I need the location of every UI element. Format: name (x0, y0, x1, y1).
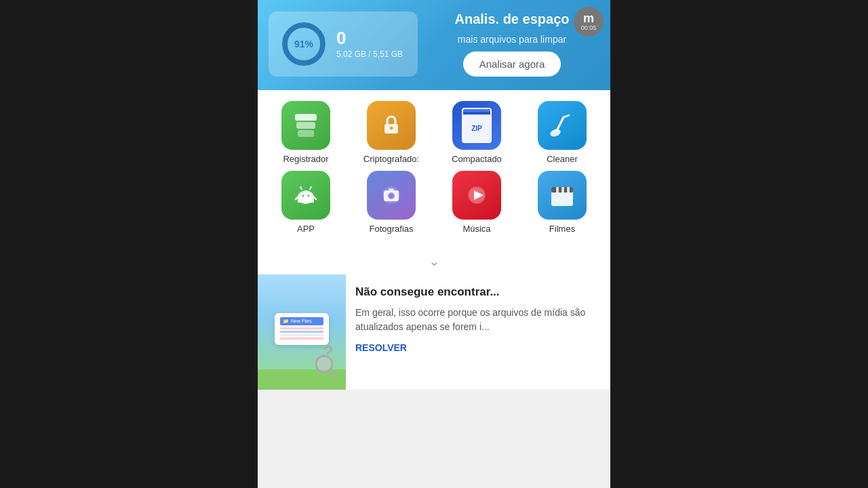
android-icon (292, 181, 320, 209)
photos-icon (377, 181, 406, 209)
analis-subtitle: mais arquivos para limpar (458, 34, 566, 45)
analis-title: Analis. de espaço (455, 11, 570, 27)
layers-decoration (295, 114, 317, 137)
app-item-filmes[interactable]: Filmes (521, 171, 604, 234)
paper-document: 📁 New Files (275, 313, 329, 345)
svg-point-9 (302, 195, 304, 197)
svg-line-11 (296, 197, 298, 199)
svg-rect-26 (556, 187, 559, 192)
magnifier-icon (313, 353, 339, 382)
layer1 (295, 114, 317, 121)
svg-line-6 (564, 115, 569, 117)
app-item-compactado[interactable]: ZIP Compactado (435, 101, 518, 164)
icon-musica (452, 171, 501, 220)
svg-rect-19 (389, 188, 394, 191)
app-item-fotografias[interactable]: Fotografias (350, 171, 433, 234)
clapperboard-icon (547, 180, 577, 210)
icon-registrador (281, 101, 330, 150)
header-area: 91% 0 5,02 GB / 5,51 GB Analis. de espaç… (258, 0, 610, 90)
timer-badge: m 00:05 (574, 7, 604, 37)
icon-fotografias (367, 171, 416, 220)
app-label-fotografias: Fotografias (369, 224, 413, 234)
paper-line-2 (280, 331, 323, 333)
paper-line-1 (280, 327, 323, 329)
app-item-cleaner[interactable]: Cleaner (521, 101, 604, 164)
chevron-down-icon: ⌄ (429, 253, 440, 269)
card-body: Em geral, isso ocorre porque os arquivos… (355, 306, 601, 334)
app-label-criptografado: Criptografado: (363, 154, 419, 164)
svg-line-14 (310, 187, 311, 189)
music-play-icon (462, 181, 491, 209)
svg-point-5 (549, 128, 561, 138)
app-grid-row2: APP Fotografias (264, 171, 604, 234)
svg-rect-28 (567, 187, 570, 192)
donut-percent: 91% (294, 39, 313, 49)
icon-cleaner (538, 101, 587, 150)
paper-line-4 (280, 338, 323, 340)
storage-widget: 91% 0 5,02 GB / 5,51 GB (269, 12, 418, 77)
icon-filmes (538, 171, 587, 220)
app-item-registrador[interactable]: Registrador (264, 101, 347, 164)
app-grid-row1: Registrador Criptografado: (264, 101, 604, 164)
svg-point-10 (308, 195, 310, 197)
layer2 (296, 122, 315, 129)
svg-line-4 (557, 117, 564, 131)
app-item-criptografado[interactable]: Criptografado: (350, 101, 433, 164)
timer-letter: m (583, 12, 594, 24)
storage-count: 0 (336, 29, 403, 47)
zip-file-decoration: ZIP (462, 108, 492, 143)
donut-chart: 91% (279, 20, 328, 68)
storage-info: 0 5,02 GB / 5,51 GB (336, 29, 403, 59)
paper-line-3 (280, 334, 323, 336)
svg-rect-27 (561, 187, 564, 192)
analisar-button[interactable]: Analisar agora (463, 52, 561, 77)
app-label-musica: Música (462, 224, 490, 234)
app-label-compactado: Compactado (452, 154, 502, 164)
svg-rect-8 (298, 196, 314, 203)
app-label-app: APP (297, 224, 315, 234)
card-title: Não consegue encontrar... (355, 285, 601, 299)
timer-time: 00:05 (581, 24, 597, 31)
icon-compactado: ZIP (452, 101, 501, 150)
app-grid-area: Registrador Criptografado: (258, 90, 610, 247)
svg-point-18 (389, 194, 393, 198)
phone-screen: 91% 0 5,02 GB / 5,51 GB Analis. de espaç… (258, 0, 610, 488)
icon-criptografado (367, 101, 416, 150)
app-label-filmes: Filmes (549, 224, 575, 234)
chevron-row[interactable]: ⌄ (258, 247, 610, 274)
info-card: 📁 New Files ? (258, 274, 610, 390)
app-item-app[interactable]: APP (264, 171, 347, 234)
svg-point-3 (390, 127, 393, 130)
zip-stripe (463, 109, 490, 115)
app-label-cleaner: Cleaner (547, 154, 578, 164)
zip-body: ZIP (463, 115, 490, 142)
storage-size: 5,02 GB / 5,51 GB (336, 49, 403, 59)
resolver-button[interactable]: RESOLVER (355, 342, 407, 353)
svg-line-13 (300, 187, 302, 189)
card-illustration: 📁 New Files ? (258, 274, 346, 390)
layer3 (298, 130, 314, 137)
icon-app (281, 171, 330, 220)
app-item-musica[interactable]: Música (435, 171, 518, 234)
folder-icon: 📁 (283, 319, 289, 324)
paper-header: 📁 New Files (280, 317, 323, 325)
lock-icon (378, 113, 404, 138)
svg-line-12 (314, 197, 316, 199)
app-label-registrador: Registrador (283, 154, 328, 164)
svg-rect-23 (551, 191, 573, 206)
broom-icon (549, 112, 576, 139)
card-text-area: Não consegue encontrar... Em geral, isso… (346, 274, 610, 364)
right-panel: Analis. de espaço mais arquivos para lim… (418, 11, 599, 77)
svg-line-30 (330, 370, 336, 376)
